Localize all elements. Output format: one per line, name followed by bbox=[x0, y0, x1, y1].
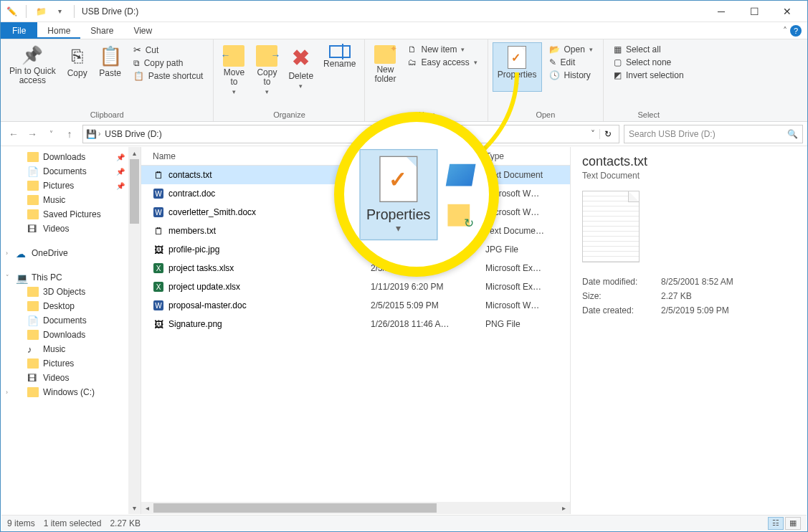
select-all-icon bbox=[614, 44, 622, 54]
details-created-value: 2/5/2019 5:09 PM bbox=[661, 305, 795, 315]
nav-documents[interactable]: Documents📌 bbox=[1, 164, 141, 179]
nav-downloads[interactable]: Downloads📌 bbox=[1, 150, 141, 164]
details-thumbnail bbox=[582, 191, 640, 262]
search-input[interactable]: Search USB Drive (D:) 🔍 bbox=[624, 125, 803, 143]
refresh-button[interactable]: ↻ bbox=[599, 129, 616, 139]
file-name: Signature.png bbox=[168, 319, 222, 329]
file-name: project update.xlsx bbox=[168, 282, 240, 292]
invert-selection-button[interactable]: Invert selection bbox=[611, 70, 687, 81]
new-item-button[interactable]: New item bbox=[405, 44, 480, 55]
copy-button[interactable]: Copy bbox=[62, 42, 93, 81]
nav-windows-c[interactable]: ›Windows (C:) bbox=[1, 385, 141, 399]
file-name: proposal-master.doc bbox=[168, 300, 247, 310]
nav-pictures-pc[interactable]: Pictures bbox=[1, 356, 141, 371]
tab-file[interactable]: File bbox=[1, 22, 37, 39]
close-button[interactable]: ✕ bbox=[771, 1, 804, 22]
file-row[interactable]: project tasks.xlsx2/5/2019 5:13 PMMicros… bbox=[141, 259, 570, 277]
breadcrumb-current[interactable]: USB Drive (D:) bbox=[102, 129, 164, 139]
nav-scrollbar[interactable]: ▴ ▾ bbox=[128, 147, 141, 514]
back-button[interactable]: ← bbox=[5, 125, 22, 143]
nav-pictures[interactable]: Pictures📌 bbox=[1, 179, 141, 193]
file-name: project tasks.xlsx bbox=[168, 263, 234, 273]
minimize-button[interactable]: ─ bbox=[705, 1, 738, 22]
column-name[interactable]: Name bbox=[141, 151, 371, 161]
move-to-button[interactable]: Move to bbox=[218, 42, 249, 98]
delete-button[interactable]: Delete bbox=[284, 42, 318, 92]
details-type: Text Document bbox=[582, 171, 795, 181]
nav-onedrive[interactable]: ›OneDrive bbox=[1, 246, 141, 260]
open-button[interactable]: Open bbox=[546, 44, 596, 55]
easy-access-button[interactable]: Easy access bbox=[405, 57, 480, 68]
callout-properties-button: Properties ▾ bbox=[359, 148, 437, 239]
qat-folder-icon: 📁 bbox=[34, 4, 48, 19]
file-row[interactable]: project update.xlsx1/11/2019 6:20 PMMicr… bbox=[141, 277, 570, 296]
file-type: Microsoft Ex… bbox=[485, 263, 570, 273]
qat-dropdown[interactable]: ▾ bbox=[52, 4, 67, 19]
view-details-button[interactable]: ☷ bbox=[768, 517, 784, 530]
navigation-pane: Downloads📌 Documents📌 Pictures📌 Music Sa… bbox=[1, 147, 141, 514]
nav-music[interactable]: Music bbox=[1, 193, 141, 207]
edit-button[interactable]: Edit bbox=[546, 57, 596, 68]
file-date: 1/11/2019 6:20 PM bbox=[371, 282, 485, 292]
forward-button[interactable]: → bbox=[24, 125, 41, 143]
nav-desktop[interactable]: Desktop bbox=[1, 299, 141, 313]
file-row[interactable]: proposal-master.doc2/5/2015 5:09 PMMicro… bbox=[141, 296, 570, 315]
file-icon bbox=[153, 188, 164, 199]
copy-path-button[interactable]: Copy path bbox=[130, 57, 206, 69]
properties-button[interactable]: Properties bbox=[493, 42, 542, 92]
tab-view[interactable]: View bbox=[123, 22, 162, 39]
cut-button[interactable]: Cut bbox=[130, 44, 206, 56]
view-large-button[interactable]: ▦ bbox=[785, 517, 801, 530]
pin-to-quick-access-button[interactable]: Pin to Quick access bbox=[5, 42, 60, 88]
file-name: contacts.txt bbox=[168, 170, 212, 180]
chevron-right-icon[interactable]: › bbox=[97, 130, 102, 138]
address-dropdown[interactable]: ˅ bbox=[586, 129, 599, 139]
group-open-label: Open bbox=[493, 110, 599, 120]
new-folder-button[interactable]: New folder bbox=[369, 42, 401, 87]
nav-music-pc[interactable]: Music bbox=[1, 342, 141, 356]
file-icon bbox=[153, 206, 164, 218]
select-all-button[interactable]: Select all bbox=[611, 44, 687, 55]
nav-videos-pc[interactable]: Videos bbox=[1, 371, 141, 385]
tab-home[interactable]: Home bbox=[37, 22, 80, 39]
window-title: USB Drive (D:) bbox=[82, 6, 138, 16]
nav-videos[interactable]: Videos bbox=[1, 222, 141, 236]
history-button[interactable]: History bbox=[546, 70, 596, 81]
address-box[interactable]: 💾 › USB Drive (D:) ˅ ↻ bbox=[82, 125, 619, 143]
search-placeholder: Search USB Drive (D:) bbox=[629, 129, 716, 139]
help-icon[interactable]: ? bbox=[790, 25, 802, 37]
search-icon: 🔍 bbox=[787, 129, 798, 139]
file-row[interactable]: Signature.png1/26/2018 11:46 A…PNG File bbox=[141, 315, 570, 333]
nav-saved-pictures[interactable]: Saved Pictures bbox=[1, 207, 141, 222]
file-icon bbox=[153, 281, 164, 293]
maximize-button[interactable]: ☐ bbox=[738, 1, 771, 22]
copy-to-button[interactable]: Copy to bbox=[251, 42, 282, 98]
up-button[interactable]: ↑ bbox=[61, 125, 78, 143]
nav-downloads-pc[interactable]: Downloads bbox=[1, 328, 141, 342]
ribbon-collapse[interactable]: ˄ bbox=[783, 26, 787, 36]
tab-share[interactable]: Share bbox=[80, 22, 123, 39]
file-type: Microsoft Ex… bbox=[485, 282, 570, 292]
file-name: members.txt bbox=[168, 226, 216, 236]
paste-shortcut-button[interactable]: Paste shortcut bbox=[130, 70, 206, 82]
nav-3d-objects[interactable]: 3D Objects bbox=[1, 285, 141, 299]
status-size: 2.27 KB bbox=[110, 518, 141, 528]
select-none-icon bbox=[614, 57, 622, 67]
details-title: contacts.txt bbox=[582, 154, 795, 169]
file-icon bbox=[153, 169, 164, 181]
nav-documents-pc[interactable]: Documents bbox=[1, 313, 141, 328]
column-type[interactable]: Type bbox=[485, 151, 570, 161]
recent-dropdown[interactable]: ˅ bbox=[42, 125, 60, 143]
title-bar: ✏️ 📁 ▾ USB Drive (D:) ─ ☐ ✕ bbox=[1, 1, 807, 22]
group-organize-label: Organize bbox=[218, 110, 360, 120]
rename-icon bbox=[329, 45, 351, 58]
select-none-button[interactable]: Select none bbox=[611, 57, 687, 68]
paste-button[interactable]: Paste bbox=[95, 42, 126, 81]
details-size-value: 2.27 KB bbox=[661, 291, 795, 301]
rename-button[interactable]: Rename bbox=[319, 42, 360, 72]
status-count: 9 items bbox=[7, 518, 35, 528]
ribbon: Pin to Quick access Copy Paste Cut Copy … bbox=[1, 39, 807, 122]
nav-this-pc[interactable]: ˅This PC bbox=[1, 270, 141, 285]
list-h-scrollbar[interactable]: ◂▸ bbox=[141, 502, 570, 514]
file-type: JPG File bbox=[485, 244, 570, 255]
